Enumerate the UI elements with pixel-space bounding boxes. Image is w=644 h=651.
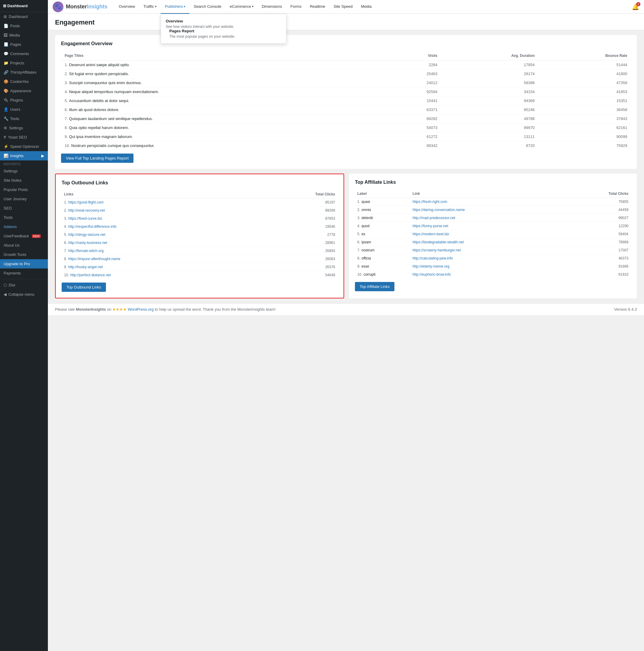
sidebar-item-payments[interactable]: Payments	[0, 269, 48, 278]
cookie-icon: 🍪	[4, 79, 8, 84]
link-cell: 6.http://nasty-business.net	[62, 239, 255, 247]
tab-search-console[interactable]: Search Console	[189, 0, 226, 14]
sidebar-item-users[interactable]: 👤 Users	[0, 105, 48, 114]
engagement-table: Page Titles Visits Avg. Duration Bounce …	[61, 51, 631, 150]
sidebar-item-label: Projects	[10, 61, 24, 65]
sidebar-item-userfeedback[interactable]: UserFeedback NEW	[0, 231, 48, 241]
top-outbound-links-button[interactable]: Top Outbound Links	[62, 283, 106, 292]
collapse-menu-button[interactable]: ◀ Collapse menu	[0, 290, 48, 299]
link-cell: http://euphoric-brow.info	[410, 271, 562, 279]
visits-cell: 63371	[384, 105, 441, 114]
sidebar-item-posts[interactable]: 📄 Posts	[0, 21, 48, 31]
sidebar-item-popular-posts[interactable]: Popular Posts	[0, 185, 48, 194]
sidebar-item-site-notes[interactable]: Site Notes	[0, 176, 48, 185]
sidebar-item-cookieyes[interactable]: 🍪 CookieYes	[0, 77, 48, 86]
label-cell: 10.corrupti	[355, 271, 410, 279]
bottom-section: Top Outbound Links Links Total Clicks 1.…	[55, 174, 637, 299]
sidebar-item-label: Media	[9, 33, 20, 37]
sidebar-item-label: Speed Optimizer	[10, 144, 39, 149]
page-title: Engagement	[55, 19, 637, 30]
view-full-report-button[interactable]: View Full Top Landing Pages Report	[61, 154, 133, 163]
sidebar-item-media[interactable]: 🖼 Media	[0, 31, 48, 40]
clicks-cell: 78969	[562, 238, 631, 246]
sidebar-item-seo[interactable]: SEO	[0, 204, 48, 213]
link-cell: 5.http://stingy-seizure.net	[62, 231, 255, 239]
sidebar-item-label: Comments	[10, 52, 29, 56]
sidebar-item-addons[interactable]: Addons	[0, 222, 48, 231]
sidebar-item-tools[interactable]: 🔧 Tools	[0, 114, 48, 123]
sidebar-item-comments[interactable]: 💬 Comments	[0, 49, 48, 58]
list-item: 4.http://respectful-difference.info 1954…	[62, 223, 337, 231]
tab-forms[interactable]: Forms	[286, 0, 306, 14]
visits-cell: 89282	[384, 114, 441, 123]
upgrade-to-pro-button[interactable]: Upgrade to Pro	[0, 259, 48, 269]
sidebar-item-user-journey[interactable]: User Journey	[0, 194, 48, 204]
page-title-cell: 1.Deserunt animi saepe aliquid optio.	[61, 60, 384, 69]
sidebar-item-pages[interactable]: 📃 Pages	[0, 40, 48, 49]
clicks-cell: 26376	[255, 263, 337, 271]
sidebar-divider	[0, 279, 48, 279]
users-icon: 👤	[4, 107, 8, 112]
tab-site-speed[interactable]: Site Speed	[329, 0, 357, 14]
sidebar-item-thirstyaffiliates[interactable]: 🔗 ThirstyAffiliates	[0, 68, 48, 77]
sidebar-label: Site Notes	[4, 178, 22, 183]
media-icon: 🖼	[4, 33, 7, 37]
sidebar-item-appearance[interactable]: 🎨 Appearance	[0, 86, 48, 95]
table-row: 6.Illum ab quod dolores dolore. 63371 85…	[61, 105, 631, 114]
visits-cell: 54073	[384, 123, 441, 132]
sidebar-item-insights[interactable]: 📊 Insights ▶	[0, 151, 48, 160]
bounce-rate-cell: 90099	[538, 132, 631, 141]
sidebar-item-settings[interactable]: ⚙ Settings	[0, 123, 48, 133]
sidebar-item-label: CookieYes	[10, 79, 29, 84]
notifications-button[interactable]: 🔔 0	[632, 3, 639, 10]
sidebar-item-about-us[interactable]: About Us	[0, 241, 48, 250]
clicks-cell: 17007	[562, 246, 631, 254]
col-total-clicks: Total Clicks	[255, 190, 337, 198]
sidebar-item-plugins[interactable]: 🔌 Plugins	[0, 95, 48, 105]
list-item: 1.quasi https://fresh-right.com 75855	[355, 198, 631, 206]
outbound-links-title: Top Outbound Links	[62, 180, 337, 186]
sidebar-item-yoast-seo[interactable]: Y Yoast SEO	[0, 133, 48, 142]
link-cell: https://modern-beet.biz	[410, 230, 562, 238]
sidebar-item-dashboard[interactable]: ⊞ Dashboard	[0, 12, 48, 21]
tab-ecommerce[interactable]: eCommerce ▾	[226, 0, 258, 14]
tab-dimensions[interactable]: Dimensions	[258, 0, 286, 14]
insights-icon: 📊	[4, 154, 8, 158]
list-item: 2.omnis https://daring-conversation.name…	[355, 206, 631, 214]
sidebar-item-label: Users	[10, 107, 20, 112]
tab-realtime[interactable]: Realtime	[305, 0, 329, 14]
affiliate-links-card: Top Affiliate Links Label Link Total Cli…	[349, 174, 637, 299]
bounce-rate-cell: 51444	[538, 60, 631, 69]
link-cell: http://mad-predecessor.net	[410, 214, 562, 222]
engagement-header: Engagement	[48, 14, 644, 30]
label-cell: 3.deleniti	[355, 214, 410, 222]
footer: Please rate MonsterInsights on ★★★★ Word…	[48, 303, 644, 315]
dropdown-pages-title: Pages Report	[169, 29, 278, 33]
tab-overview[interactable]: Overview	[115, 0, 139, 14]
topbar-logo: 🐾 MonsterInsights	[53, 1, 107, 12]
tab-traffic[interactable]: Traffic ▾	[139, 0, 160, 14]
wordpress-org-link[interactable]: WordPress.org	[128, 307, 154, 312]
sidebar-item-speed-optimizer[interactable]: ⚡ Speed Optimizer	[0, 142, 48, 151]
label-cell: 7.nostrum	[355, 246, 410, 254]
top-affiliate-links-button[interactable]: Top Affiliate Links	[355, 282, 394, 291]
tab-publishers[interactable]: Publishers ▾ Overview See how visitors i…	[161, 0, 190, 14]
sidebar-item-settings-sub[interactable]: Settings	[0, 166, 48, 176]
sidebar-item-label: Appearance	[10, 89, 31, 93]
clicks-cell: 19546	[255, 223, 337, 231]
sidebar-item-tools-sub[interactable]: Tools	[0, 213, 48, 222]
link-cell: https://fresh-right.com	[410, 198, 562, 206]
table-row: 1.Deserunt animi saepe aliquid optio. 22…	[61, 60, 631, 69]
logo-text: MonsterInsights	[66, 4, 107, 10]
sidebar-item-growth-tools[interactable]: Growth Tools	[0, 250, 48, 259]
sidebar-item-projects[interactable]: 📁 Projects	[0, 58, 48, 68]
list-item: 2.http://neat-recovery.net 89269	[62, 207, 337, 215]
nav-tabs: Overview Traffic ▾ Publishers ▾ Overview…	[115, 0, 632, 14]
visits-cell: 89342	[384, 141, 441, 150]
clicks-cell: 61910	[562, 271, 631, 279]
page-title-cell: 8.Quia optio repellat harum dolorem.	[61, 123, 384, 132]
bounce-rate-cell: 41800	[538, 69, 631, 79]
sidebar-item-divi[interactable]: ⬡ Divi	[0, 280, 48, 290]
link-cell: https://biodegradable-stealth.net	[410, 238, 562, 246]
tab-media[interactable]: Media	[357, 0, 376, 14]
